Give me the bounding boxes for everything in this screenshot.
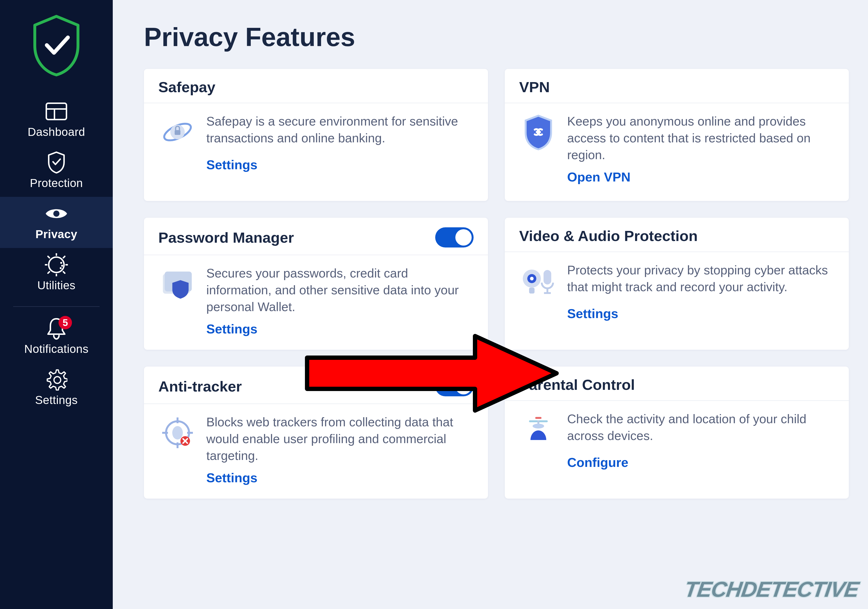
password-manager-settings-link[interactable]: Settings (206, 322, 257, 336)
card-safepay: Safepay Safepay is a secure environment … (144, 69, 488, 201)
sidebar-item-privacy[interactable]: Privacy (0, 197, 113, 248)
gear-clock-icon (44, 255, 68, 274)
svg-line-12 (64, 272, 65, 273)
card-title: Password Manager (158, 229, 294, 246)
svg-point-41 (533, 424, 544, 429)
svg-line-10 (64, 256, 65, 258)
card-title: Anti-tracker (158, 378, 242, 395)
crosshair-block-icon (158, 413, 197, 452)
safepay-icon (158, 113, 197, 151)
notifications-badge: 5 (59, 316, 72, 329)
sidebar-item-label: Notifications (24, 342, 88, 356)
sidebar-item-utilities[interactable]: Utilities (0, 248, 113, 299)
card-password-manager: Password Manager Secures your passwords,… (144, 218, 488, 350)
card-anti-tracker: Anti-tracker (144, 367, 488, 499)
open-vpn-link[interactable]: Open VPN (567, 170, 631, 184)
svg-rect-19 (175, 130, 180, 135)
dashboard-icon (44, 102, 68, 121)
gear-icon (44, 370, 68, 389)
svg-point-15 (60, 267, 62, 269)
svg-line-9 (48, 256, 50, 258)
svg-point-4 (49, 257, 64, 272)
parental-configure-link[interactable]: Configure (567, 455, 628, 469)
sidebar-item-dashboard[interactable]: Dashboard (0, 95, 113, 146)
password-manager-toggle[interactable] (435, 227, 474, 247)
card-description: Secures your passwords, credit card info… (206, 265, 474, 315)
webcam-mic-icon (519, 262, 558, 300)
sidebar-item-label: Privacy (36, 228, 77, 241)
card-description: Protects your privacy by stopping cyber … (567, 262, 834, 295)
main-content: Privacy Features Safepay Safepay is a se… (113, 0, 868, 609)
svg-rect-26 (544, 270, 551, 284)
card-title: Video & Audio Protection (519, 227, 698, 244)
card-title: VPN (519, 79, 550, 96)
svg-point-24 (530, 277, 533, 280)
card-parental-control: Parental Control Check the activity and … (505, 367, 849, 499)
svg-line-11 (48, 272, 50, 273)
card-title: Parental Control (519, 376, 635, 393)
svg-point-14 (61, 265, 63, 267)
card-title: Safepay (158, 79, 215, 96)
card-description: Blocks web trackers from collecting data… (206, 413, 474, 464)
anti-tracker-settings-link[interactable]: Settings (206, 471, 257, 485)
svg-rect-0 (46, 103, 67, 120)
svg-rect-39 (535, 417, 541, 419)
anti-tracker-toggle[interactable] (435, 376, 474, 396)
card-description: Check the activity and location of your … (567, 410, 834, 444)
svg-point-34 (172, 426, 183, 440)
wallet-shield-icon (158, 265, 197, 303)
card-description: Keeps you anonymous online and provides … (567, 113, 834, 163)
svg-rect-25 (529, 287, 535, 293)
sidebar-item-label: Dashboard (28, 125, 85, 138)
sidebar-item-notifications[interactable]: 5 Notifications (0, 312, 113, 363)
app-logo-icon (30, 14, 83, 78)
shield-check-icon (44, 153, 68, 172)
card-description: Safepay is a secure environment for sens… (206, 113, 474, 146)
watermark-text: TECHDETECTIVE (683, 577, 860, 602)
video-audio-settings-link[interactable]: Settings (567, 306, 618, 321)
sidebar-item-label: Utilities (37, 279, 75, 292)
sidebar-item-label: Protection (30, 176, 83, 190)
sidebar-divider (13, 306, 99, 307)
sidebar-item-label: Settings (35, 393, 78, 407)
card-video-audio-protection: Video & Audio Protection Protects (505, 218, 849, 350)
sidebar-item-protection[interactable]: Protection (0, 146, 113, 197)
card-vpn: VPN Keeps you anonymous online and provi… (505, 69, 849, 201)
child-hat-icon (519, 410, 558, 449)
svg-point-3 (53, 211, 59, 216)
safepay-settings-link[interactable]: Settings (206, 157, 257, 172)
vpn-shield-icon (519, 113, 558, 151)
cards-grid: Safepay Safepay is a secure environment … (144, 69, 849, 499)
sidebar-item-settings[interactable]: Settings (0, 363, 113, 414)
svg-point-16 (54, 377, 61, 383)
eye-icon (44, 204, 68, 223)
svg-point-13 (60, 262, 62, 264)
page-title: Privacy Features (144, 22, 849, 52)
sidebar: Dashboard Protection Privacy (0, 0, 113, 609)
